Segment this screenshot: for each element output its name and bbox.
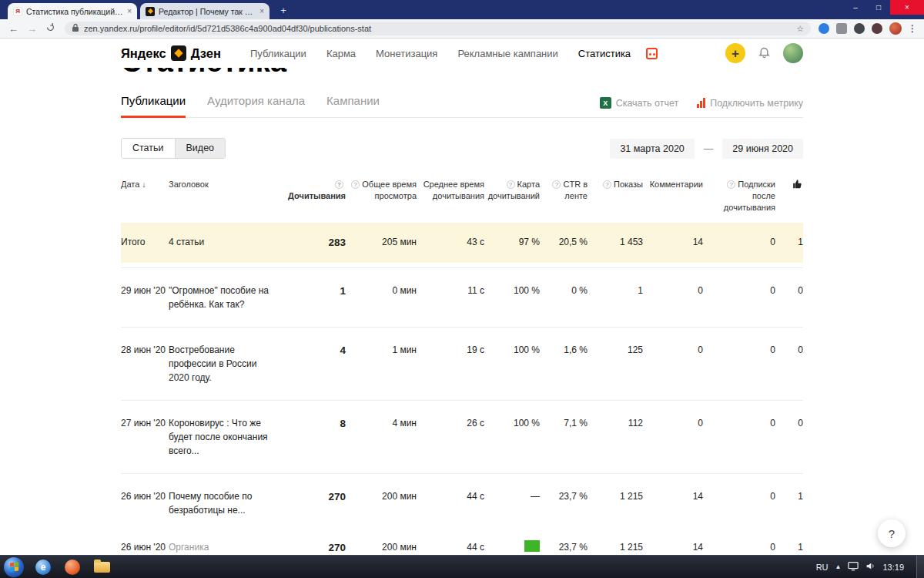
cell-avg-time: 44 с (417, 489, 484, 517)
zen-logo[interactable]: Яндекс Дзен (121, 45, 221, 61)
cell-title: Почему пособие по безработицы не... (169, 489, 284, 517)
nav-karma[interactable]: Карма (326, 48, 356, 59)
cell-ctr: 1,6 % (540, 343, 588, 385)
col-total-time[interactable]: ?Общее время просмотра (346, 179, 417, 213)
cell-read-map: 100 % (484, 284, 540, 311)
help-button[interactable]: ? (878, 519, 906, 547)
extension-icon-1[interactable] (819, 23, 829, 34)
tab-close-icon[interactable]: × (127, 7, 132, 15)
window-maximize-button[interactable]: □ (867, 0, 890, 15)
table-body: Итого 4 статьи 283 205 мин 43 с 97 % 20,… (121, 223, 803, 578)
cell-shows: 1 215 (588, 489, 643, 517)
screen: Я Статистика публикаций | Яндекс × Редак… (0, 0, 924, 578)
browser-tab-active[interactable]: Я Статистика публикаций | Яндекс × (8, 3, 137, 19)
nav-ad-campaigns[interactable]: Рекламные кампании (457, 48, 557, 59)
cell-date: 29 июн '20 (121, 284, 169, 311)
segment-videos[interactable]: Видео (175, 139, 226, 158)
cell-comments: 14 (643, 489, 703, 517)
date-from-picker[interactable]: 31 марта 2020 (610, 139, 694, 159)
col-ctr[interactable]: ?CTR в ленте (540, 179, 588, 213)
browser-profile-avatar[interactable] (889, 22, 902, 35)
date-to-picker[interactable]: 29 июня 2020 (722, 139, 803, 159)
nav-statistics[interactable]: Статистика (578, 48, 631, 59)
table-row[interactable]: 26 июн '20 Почему пособие по безработицы… (121, 473, 803, 533)
browser-tab-inactive[interactable]: Редактор | Почему так происход × (140, 3, 270, 19)
refresh-icon[interactable] (45, 22, 55, 35)
col-subscriptions[interactable]: ?Подписки после дочитывания (703, 179, 775, 213)
excel-icon: X (600, 97, 611, 109)
cell-reads: 8 (284, 416, 346, 458)
window-minimize-button[interactable]: – (844, 0, 867, 15)
table-row[interactable]: 28 июн '20 Востребование профессии в Рос… (121, 327, 803, 400)
cell-avg-time: 43 с (417, 235, 484, 250)
cell-ctr: 7,1 % (540, 416, 588, 458)
cell-ctr: 23,7 % (540, 489, 588, 517)
table-row[interactable]: 29 июн '20 "Огромное" пособие на ребёнка… (121, 267, 803, 327)
table-row[interactable]: Итого 4 статьи 283 205 мин 43 с 97 % 20,… (121, 223, 803, 263)
extension-icon-4[interactable] (872, 23, 882, 34)
new-tab-button[interactable]: + (277, 5, 290, 17)
help-icon[interactable]: ? (351, 180, 360, 189)
show-desktop-button[interactable] (916, 556, 924, 578)
col-title: Заголовок (169, 179, 284, 213)
language-indicator[interactable]: RU (816, 563, 829, 572)
clock[interactable]: 13:19 (882, 563, 904, 572)
zen-widget-icon[interactable] (646, 48, 658, 59)
segment-articles[interactable]: Статьи (122, 139, 175, 158)
help-icon[interactable]: ? (727, 180, 735, 189)
tab-publications[interactable]: Публикации (121, 94, 186, 118)
tray-expand-icon[interactable]: ▲ (835, 563, 842, 570)
filters-row: Статьи Видео 31 марта 2020 — 29 июня 202… (121, 138, 803, 159)
tab-campaigns[interactable]: Кампании (326, 94, 380, 118)
table-row[interactable]: 27 июн '20 Короновирус : Что же будет по… (121, 400, 803, 473)
stats-tabs: Публикации Аудитория канала Кампании X С… (121, 94, 803, 118)
cell-title: 4 статьи (169, 235, 284, 250)
extensions-area (819, 22, 902, 35)
taskbar-explorer[interactable] (92, 557, 112, 577)
cell-read-map: 100 % (484, 343, 540, 385)
browser-menu-icon[interactable]: ⋮ (908, 23, 917, 34)
cell-shows: 125 (588, 343, 643, 385)
help-icon[interactable]: ? (603, 180, 611, 189)
bookmark-star-icon[interactable]: ☆ (796, 24, 804, 34)
volume-icon[interactable] (865, 561, 875, 573)
cell-title: Востребование профессии в России 2020 го… (169, 343, 284, 385)
tab-audience[interactable]: Аудитория канала (207, 94, 305, 118)
cell-date: 28 июн '20 (121, 343, 169, 385)
network-monitor-icon[interactable] (848, 561, 859, 573)
site-header: Яндекс Дзен Публикации Карма Монетизация… (0, 39, 924, 68)
col-reads[interactable]: ?Дочитывания (284, 179, 346, 213)
forward-icon[interactable]: → (27, 23, 37, 35)
cell-date: 26 июн '20 (121, 489, 169, 517)
create-post-button[interactable]: + (725, 43, 745, 63)
cell-subscriptions: 0 (703, 416, 775, 458)
cell-avg-time: 19 с (417, 343, 484, 385)
col-date[interactable]: Дата ↓ (121, 179, 169, 213)
tab-close-icon[interactable]: × (259, 7, 264, 15)
notifications-bell-icon[interactable] (758, 45, 771, 62)
cell-shows: 1 (588, 284, 643, 311)
user-avatar[interactable] (783, 43, 803, 63)
cell-likes: 0 (775, 284, 803, 311)
cell-total-time: 1 мин (346, 343, 417, 385)
zen-diamond-icon (171, 45, 186, 61)
taskbar-app-2[interactable] (62, 557, 82, 577)
extension-icon-3[interactable] (854, 23, 865, 34)
col-shows[interactable]: ?Показы (588, 179, 643, 213)
metrika-bars-icon (697, 98, 705, 108)
taskbar-app-1[interactable]: e (33, 557, 53, 577)
start-button[interactable] (4, 557, 24, 577)
nav-publications[interactable]: Публикации (250, 48, 306, 59)
help-icon[interactable]: ? (335, 180, 343, 189)
address-bar[interactable]: zen.yandex.ru/profile/editor/id/5d721d53… (65, 22, 811, 35)
nav-monetization[interactable]: Монетизация (376, 48, 437, 59)
help-icon[interactable]: ? (507, 180, 515, 189)
extension-icon-2[interactable] (836, 23, 847, 34)
help-icon[interactable]: ? (552, 180, 561, 189)
cell-reads: 1 (284, 284, 346, 311)
connect-metrika-button[interactable]: Подключить метрику (697, 98, 803, 109)
col-read-map[interactable]: ?Карта дочитываний (484, 179, 540, 213)
back-icon[interactable]: ← (8, 23, 18, 35)
window-close-button[interactable]: × (890, 0, 924, 15)
download-report-button[interactable]: X Скачать отчет (600, 97, 679, 109)
